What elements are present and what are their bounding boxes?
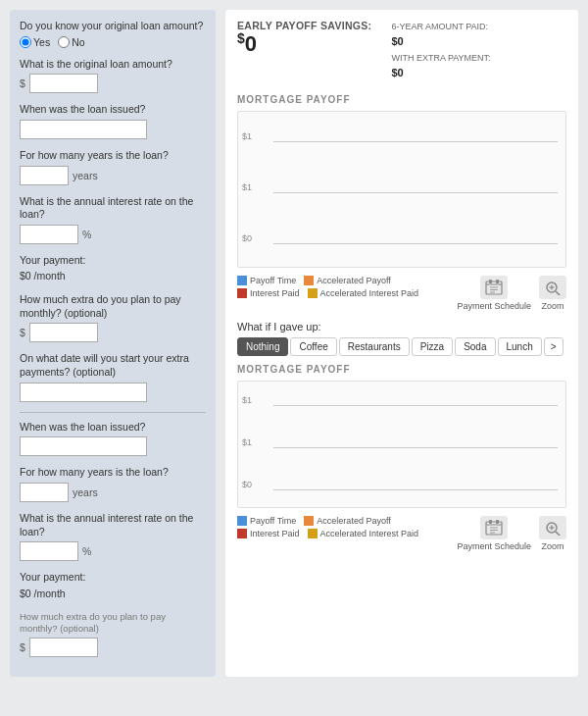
extra-input-row: $ — [20, 323, 206, 342]
year-amount-value: $0 — [391, 33, 490, 51]
tab-pizza[interactable]: Pizza — [412, 337, 453, 356]
interest2-group: What is the annual interest rate on the … — [20, 512, 206, 561]
accelerated-interest-dot — [308, 288, 318, 298]
extra-label: How much extra do you plan to pay monthl… — [20, 293, 206, 320]
payment2-group: Your payment: $0 /month — [20, 571, 206, 600]
start-date-input-row: July 2016 — [20, 383, 206, 402]
tab-more-btn[interactable]: > — [544, 337, 564, 356]
legend2-accelerated-interest-label: Accelerated Interest Paid — [320, 529, 419, 538]
years-group: For how many years is the loan? years — [20, 149, 206, 185]
tab-coffee[interactable]: Coffee — [290, 337, 336, 356]
legend2-top-row: Payoff Time Accelerated Payoff — [237, 516, 418, 526]
payment2-label: Your payment: — [20, 571, 206, 585]
original-amount-label: What is the original loan amount? — [20, 58, 206, 72]
yes-radio[interactable] — [20, 36, 31, 48]
chart2-buttons: Payment Schedule Zoom — [457, 516, 566, 551]
payment-schedule-label: Payment Schedule — [457, 301, 531, 311]
whatif-title: What if I gave up: — [237, 321, 566, 332]
years2-input-row: years — [20, 483, 206, 502]
payment-schedule-btn[interactable]: Payment Schedule — [457, 276, 531, 311]
payment2-value: $0 /month — [20, 588, 206, 601]
payment-value: $0 /month — [20, 270, 206, 283]
original-amount-input[interactable] — [29, 74, 98, 93]
accelerated-payoff-label: Accelerated Payoff — [317, 276, 390, 285]
legend-interest-paid: Interest Paid — [237, 288, 300, 298]
no-radio[interactable] — [58, 36, 70, 48]
interest2-input-row: % — [20, 541, 206, 561]
zoom2-label: Zoom — [541, 541, 564, 551]
tab-restaurants[interactable]: Restaurants — [339, 337, 410, 356]
chart1-y3-label: $0 — [242, 233, 252, 243]
start-date-input[interactable]: July 2016 — [20, 383, 147, 402]
interest-input[interactable] — [20, 225, 78, 244]
no-radio-label[interactable]: No — [58, 36, 84, 48]
extra-input[interactable] — [29, 323, 98, 342]
legend-top-row: Payoff Time Accelerated Payoff — [237, 276, 418, 285]
chart1-y1-label: $1 — [242, 131, 252, 141]
years-input[interactable] — [20, 166, 69, 185]
svg-line-19 — [556, 532, 561, 536]
tab-lunch[interactable]: Lunch — [498, 337, 542, 356]
chart2-line2 — [273, 447, 558, 448]
legend-row1: Payoff Time Accelerated Payoff Interest … — [237, 276, 566, 311]
savings-block: EARLY PAYOFF SAVINGS: $0 — [237, 20, 371, 57]
years-input-row: years — [20, 166, 206, 185]
issued2-input[interactable]: July 2016 — [20, 436, 147, 456]
zoom-label: Zoom — [541, 301, 564, 311]
accelerated-interest-label: Accelerated Interest Paid — [320, 288, 419, 298]
years2-input[interactable] — [20, 483, 69, 502]
left-panel: Do you know your original loan amount? Y… — [10, 10, 216, 677]
payoff-time-dot — [237, 276, 247, 285]
start-date-label: On what date will you start your extra p… — [20, 352, 206, 379]
extra-group: How much extra do you plan to pay monthl… — [20, 293, 206, 342]
chart1-line1 — [273, 141, 558, 142]
interest-group: What is the annual interest rate on the … — [20, 195, 206, 244]
yes-radio-label[interactable]: Yes — [20, 36, 50, 48]
know-original-radio-group: Yes No — [20, 36, 206, 48]
extra-payment-label: WITH EXTRA PAYMENT: — [391, 51, 490, 65]
extra2-group: How much extra do you plan to pay monthl… — [20, 611, 206, 658]
savings-dollar: $ — [237, 30, 245, 46]
legend-items: Payoff Time Accelerated Payoff Interest … — [237, 276, 418, 298]
percent-unit: % — [82, 229, 91, 240]
legend-bottom-row: Interest Paid Accelerated Interest Paid — [237, 288, 418, 298]
zoom2-btn[interactable]: Zoom — [539, 516, 566, 551]
years-label: For how many years is the loan? — [20, 149, 206, 163]
chart1-area: $1 $1 $0 — [237, 111, 566, 268]
chart2-title: MORTGAGE PAYOFF — [237, 364, 566, 375]
chart1-line3 — [273, 243, 558, 244]
tab-soda[interactable]: Soda — [455, 337, 495, 356]
zoom-btn[interactable]: Zoom — [539, 276, 566, 311]
legend-row2: Payoff Time Accelerated Payoff Interest … — [237, 516, 566, 551]
chart1-buttons: Payment Schedule Zoom — [457, 276, 566, 311]
savings-value: 0 — [245, 31, 257, 56]
original-amount-input-row: $ — [20, 74, 206, 93]
savings-amount: $0 — [237, 31, 371, 57]
zoom2-icon — [539, 516, 566, 539]
dollar-prefix: $ — [20, 77, 25, 89]
legend2-accelerated-payoff-dot — [304, 516, 314, 526]
interest2-input[interactable] — [20, 541, 78, 561]
chart1-line2 — [273, 192, 558, 193]
chart1-y2-label: $1 — [242, 182, 252, 192]
years2-unit: years — [73, 486, 98, 498]
payment-label: Your payment: — [20, 254, 206, 268]
extra2-input[interactable] — [29, 638, 98, 657]
payment-schedule2-btn[interactable]: Payment Schedule — [457, 516, 531, 551]
years2-label: For how many years is the loan? — [20, 466, 206, 480]
issued2-input-row: July 2016 — [20, 436, 206, 456]
legend-accelerated-interest: Accelerated Interest Paid — [308, 288, 419, 298]
legend2-bottom-row: Interest Paid Accelerated Interest Paid — [237, 529, 418, 538]
start-date-group: On what date will you start your extra p… — [20, 352, 206, 401]
interest-input-row: % — [20, 225, 206, 244]
issued-input[interactable]: July 2016 — [20, 120, 147, 139]
legend2-payoff-time-dot — [237, 516, 247, 526]
whatif-section: What if I gave up: Nothing Coffee Restau… — [237, 321, 566, 356]
tab-nothing[interactable]: Nothing — [237, 337, 288, 356]
interest-paid-label: Interest Paid — [250, 288, 300, 298]
yes-label: Yes — [33, 36, 50, 48]
right-panel: EARLY PAYOFF SAVINGS: $0 6-YEAR AMOUNT P… — [225, 10, 578, 677]
legend2-accelerated-interest: Accelerated Interest Paid — [308, 529, 419, 538]
payment-group: Your payment: $0 /month — [20, 254, 206, 283]
issued2-label: When was the loan issued? — [20, 421, 206, 435]
